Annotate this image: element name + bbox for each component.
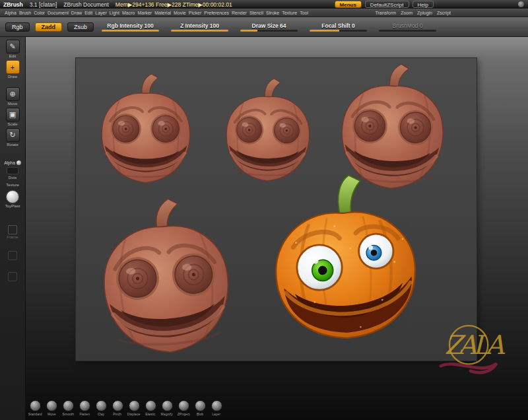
slider-track[interactable] <box>240 30 298 32</box>
brush-item[interactable]: ZProject <box>176 400 191 416</box>
stroke-preview-icon[interactable] <box>7 167 18 174</box>
default-zscript-button[interactable]: DefaultZScript <box>365 1 409 8</box>
toolbar-slider[interactable]: Z Intensity 100 <box>168 22 231 32</box>
brush-label: Elastic <box>145 412 155 415</box>
menu-item[interactable]: Zscript <box>437 11 451 15</box>
menu-item[interactable]: Edit <box>84 11 92 15</box>
help-button[interactable]: Help <box>412 1 434 8</box>
alpha-section[interactable]: Alpha <box>4 160 21 165</box>
brush-item[interactable]: Displace <box>126 400 142 416</box>
menu-item[interactable]: Movie <box>174 11 186 15</box>
slider-label: Focal Shift 0 <box>321 22 355 29</box>
zbrush-window: ZBrush 3.1 [clatan] ZBrush Document Mem▶… <box>0 0 528 420</box>
slider-track[interactable] <box>171 30 228 32</box>
sidebar-tool-scale[interactable]: ▣ Scale <box>6 108 20 126</box>
slider-track[interactable] <box>310 30 367 32</box>
menu-item[interactable]: Render <box>232 11 247 15</box>
brush-item[interactable]: Pinch <box>110 400 125 416</box>
draw-tool-button[interactable]: + <box>6 60 20 74</box>
rotate-tool-button[interactable]: ↻ <box>6 128 20 142</box>
viewport-canvas[interactable]: ZALA Standard Move Smooth Flatten <box>26 37 528 420</box>
menu-item[interactable]: Picker <box>189 11 201 15</box>
menu-item[interactable]: Light <box>110 11 119 15</box>
brush-thumbnail-icon <box>96 400 107 411</box>
brush-thumbnail-icon <box>46 400 57 411</box>
zbrush-document[interactable] <box>76 58 477 361</box>
toolbar-slider[interactable]: Focal Shift 0 <box>307 22 370 32</box>
brush-label: Blob <box>197 412 203 415</box>
zadd-button[interactable]: Zadd <box>35 22 63 32</box>
menu-item[interactable]: Color <box>34 11 45 15</box>
menu-item[interactable]: Brush <box>19 11 31 15</box>
pumpkin-sculpt-4 <box>80 190 252 361</box>
edit-icon: ✎ <box>9 42 15 51</box>
top-toolbar: Rgb Zadd Zsub Rgb Intensity 100 Z Intens… <box>0 17 528 37</box>
menu-item[interactable]: Preferences <box>204 11 229 15</box>
frame-label: Frame <box>7 235 18 239</box>
sidebar-tool-edit[interactable]: ✎ Edit <box>6 40 20 58</box>
menu-item[interactable]: Marker <box>137 11 152 15</box>
alpha-label: Alpha <box>4 160 15 165</box>
zsub-button[interactable]: Zsub <box>67 22 94 32</box>
menu-item[interactable]: Stencil <box>249 11 263 15</box>
toolbar-slider[interactable]: BrushMod 0 <box>376 22 439 32</box>
move-tool-button[interactable]: ⊕ <box>6 87 20 101</box>
menu-item[interactable]: Macro <box>122 11 135 15</box>
texture-label: Texture <box>6 183 19 187</box>
sidebar-tool-draw[interactable]: + Draw <box>6 60 20 79</box>
toolbar-slider[interactable]: Draw Size 64 <box>238 22 300 32</box>
brush-item[interactable]: Elastic <box>143 400 158 416</box>
brush-label: Magnify <box>161 412 173 415</box>
document-title: ZBrush Document <box>63 1 109 8</box>
menu-item[interactable]: Texture <box>282 11 297 15</box>
scale-tool-button[interactable]: ▣ <box>6 108 20 122</box>
menu-item[interactable]: Transform <box>375 11 396 15</box>
move-tool-label: Move <box>8 102 18 106</box>
sidebar-tool-move[interactable]: ⊕ Move <box>6 87 20 106</box>
brush-item[interactable]: Magnify <box>159 400 175 416</box>
material-sphere-icon[interactable] <box>6 190 19 203</box>
slider-fill <box>310 30 339 32</box>
draw-tool-label: Draw <box>8 75 17 79</box>
edit-tool-button[interactable]: ✎ <box>6 40 20 53</box>
brush-item[interactable]: Flatten <box>77 400 92 416</box>
slider-label: BrushMod 0 <box>393 22 423 29</box>
brush-item[interactable]: Smooth <box>60 400 76 416</box>
menu-item[interactable]: Tool <box>300 11 308 15</box>
material-label: ToyPlast <box>5 204 20 208</box>
brush-thumbnail-icon <box>63 400 74 411</box>
brush-item[interactable]: Move <box>44 400 59 416</box>
quick-menu-icon[interactable] <box>518 1 524 7</box>
brush-label: Move <box>48 412 55 415</box>
brush-thumbnail-icon <box>195 400 206 411</box>
slider-fill <box>171 30 228 32</box>
menu-item[interactable]: Alpha <box>5 11 16 15</box>
brush-label: ZProject <box>178 412 190 415</box>
toolbar-slider[interactable]: Rgb Intensity 100 <box>99 22 162 32</box>
edit-tool-label: Edit <box>9 54 16 58</box>
brush-item[interactable]: Clay <box>93 400 109 416</box>
frame-icon[interactable] <box>8 225 17 234</box>
menu-item[interactable]: Zoom <box>401 11 412 15</box>
rgb-button[interactable]: Rgb <box>5 22 30 32</box>
menu-item[interactable]: Stroke <box>266 11 279 15</box>
zala-watermark: ZALA <box>430 320 510 386</box>
sidebar-tool-rotate[interactable]: ↻ Rotate <box>6 128 20 147</box>
brush-thumbnail-icon <box>211 400 222 411</box>
stroke-label: Dots <box>9 176 16 180</box>
menu-item[interactable]: Material <box>154 11 171 15</box>
menus-button[interactable]: Menus <box>335 1 362 8</box>
menu-item[interactable]: Draw <box>71 11 82 15</box>
brush-item[interactable]: Standard <box>27 400 43 416</box>
brush-bar: Standard Move Smooth Flatten Clay Pinch <box>27 400 224 416</box>
rotate-tool-label: Rotate <box>7 143 18 147</box>
slider-track[interactable] <box>102 30 159 32</box>
brush-item[interactable]: Layer <box>209 400 224 416</box>
brush-thumbnail-icon <box>79 400 90 411</box>
brush-item[interactable]: Blob <box>192 400 208 416</box>
menu-item[interactable]: Zplugin <box>417 11 432 15</box>
menu-item[interactable]: Document <box>48 11 69 15</box>
title-bar: ZBrush 3.1 [clatan] ZBrush Document Mem▶… <box>0 0 528 9</box>
slider-track[interactable] <box>379 30 436 32</box>
menu-item[interactable]: Layer <box>95 11 107 15</box>
